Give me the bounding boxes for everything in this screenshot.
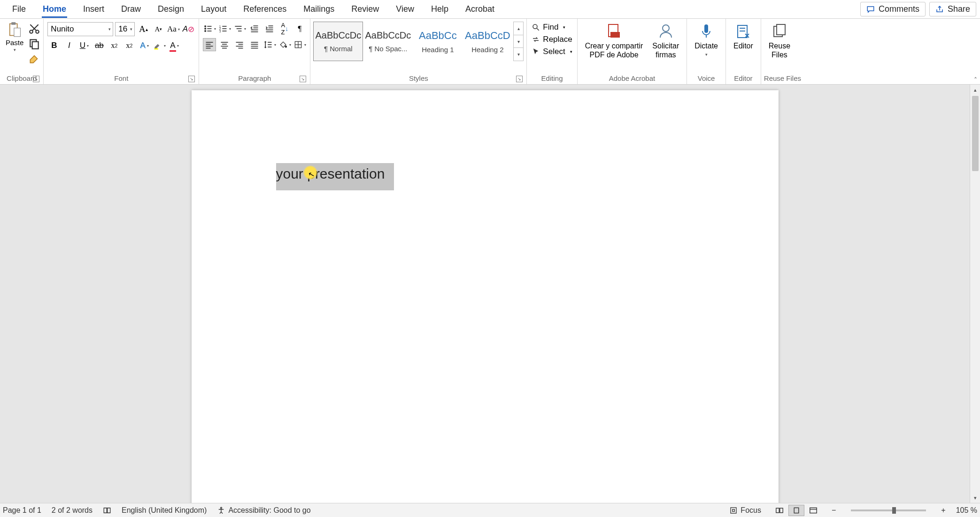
- scroll-down-button[interactable]: ▾: [970, 493, 980, 503]
- tab-acrobat[interactable]: Acrobat: [457, 0, 503, 19]
- dictate-button[interactable]: Dictate ▾: [690, 21, 723, 57]
- scroll-thumb[interactable]: [972, 96, 979, 171]
- group-voice: Dictate ▾ Voice: [687, 19, 726, 84]
- spellcheck-button[interactable]: [103, 506, 111, 515]
- tab-review[interactable]: Review: [343, 0, 387, 19]
- chevron-down-icon[interactable]: ▾: [514, 35, 523, 48]
- bullets-button[interactable]: ▾: [203, 22, 216, 35]
- read-mode-button[interactable]: [772, 505, 787, 516]
- align-left-button[interactable]: [203, 38, 216, 51]
- group-adobe: Crear y compartir PDF de Adobe Solicitar…: [578, 19, 687, 84]
- format-painter-button[interactable]: [28, 53, 40, 65]
- dictate-label: Dictate: [694, 41, 718, 50]
- font-name-select[interactable]: Nunito▾: [47, 22, 113, 36]
- tab-design[interactable]: Design: [149, 0, 193, 19]
- vertical-scrollbar[interactable]: ▴ ▾: [970, 85, 980, 503]
- tab-view[interactable]: View: [387, 0, 423, 19]
- page[interactable]: your presentation: [192, 90, 779, 503]
- group-font: Nunito▾ 16▾ A▴ A▾ Aa▾ A⊘ B I U▾ ab x2 x2…: [44, 19, 199, 84]
- request-sign-button[interactable]: Solicitar firmas: [648, 21, 684, 59]
- subscript-button[interactable]: x2: [108, 39, 121, 52]
- tab-references[interactable]: References: [235, 0, 295, 19]
- comments-button[interactable]: Comments: [860, 2, 926, 16]
- zoom-thumb[interactable]: [892, 507, 896, 514]
- print-layout-button[interactable]: [788, 505, 804, 516]
- style-normal[interactable]: AaBbCcDc ¶ Normal: [313, 22, 363, 61]
- font-launcher[interactable]: ↘: [188, 76, 195, 82]
- grow-font-button[interactable]: A▴: [137, 23, 150, 36]
- line-spacing-button[interactable]: ▾: [263, 38, 276, 51]
- styles-launcher[interactable]: ↘: [516, 76, 523, 82]
- share-button[interactable]: Share: [929, 2, 976, 16]
- justify-button[interactable]: [248, 38, 261, 51]
- zoom-level[interactable]: 105 %: [956, 506, 977, 515]
- underline-button[interactable]: U▾: [77, 39, 91, 52]
- tab-help[interactable]: Help: [423, 0, 457, 19]
- scroll-up-button[interactable]: ▴: [970, 85, 980, 95]
- tab-mailings[interactable]: Mailings: [295, 0, 343, 19]
- share-icon: [935, 5, 944, 14]
- clipboard-launcher[interactable]: ↘: [33, 76, 39, 82]
- tab-layout[interactable]: Layout: [193, 0, 235, 19]
- replace-button[interactable]: Replace: [532, 35, 572, 44]
- style-heading1[interactable]: AaBbCc Heading 1: [413, 22, 463, 61]
- decrease-indent-button[interactable]: [248, 22, 261, 35]
- numbering-button[interactable]: 123▾: [218, 22, 231, 35]
- zoom-slider[interactable]: [851, 509, 926, 511]
- increase-indent-button[interactable]: [263, 22, 276, 35]
- word-count[interactable]: 2 of 2 words: [52, 506, 93, 515]
- highlight-button[interactable]: ▾: [153, 39, 166, 52]
- clear-formatting-button[interactable]: A⊘: [182, 23, 195, 36]
- tab-draw[interactable]: Draw: [113, 0, 149, 19]
- borders-button[interactable]: ▾: [293, 38, 306, 51]
- change-case-button[interactable]: Aa▾: [167, 23, 180, 36]
- person-icon: [657, 23, 674, 39]
- chevron-up-icon[interactable]: ▴: [514, 22, 523, 35]
- bold-button[interactable]: B: [47, 39, 61, 52]
- collapse-ribbon-button[interactable]: ˄: [974, 76, 977, 84]
- tabs-row: File Home Insert Draw Design Layout Refe…: [0, 0, 980, 19]
- italic-button[interactable]: I: [62, 39, 76, 52]
- sort-button[interactable]: AZ↓: [278, 22, 291, 35]
- create-pdf-button[interactable]: Crear y compartir PDF de Adobe: [580, 21, 648, 59]
- align-right-button[interactable]: [233, 38, 246, 51]
- web-layout-button[interactable]: [805, 505, 821, 516]
- document-area: your presentation: [0, 85, 970, 503]
- expand-icon[interactable]: ▾: [514, 48, 523, 61]
- font-size-select[interactable]: 16▾: [115, 22, 135, 36]
- superscript-button[interactable]: x2: [123, 39, 136, 52]
- svg-rect-69: [810, 508, 817, 513]
- multilevel-list-button[interactable]: ▾: [233, 22, 246, 35]
- editor-button[interactable]: Editor: [729, 21, 758, 50]
- style-no-spacing[interactable]: AaBbCcDc ¶ No Spac...: [363, 22, 413, 61]
- style-heading2[interactable]: AaBbCcD Heading 2: [463, 22, 512, 61]
- paragraph-launcher[interactable]: ↘: [300, 76, 306, 82]
- tab-home[interactable]: Home: [34, 0, 75, 19]
- text-effects-button[interactable]: A▾: [138, 39, 151, 52]
- font-color-button[interactable]: A▾: [168, 39, 181, 52]
- tab-file[interactable]: File: [4, 0, 34, 19]
- page-status[interactable]: Page 1 of 1: [3, 506, 41, 515]
- align-center-button[interactable]: [218, 38, 231, 51]
- show-marks-button[interactable]: ¶: [293, 22, 306, 35]
- paste-button[interactable]: Paste ▾: [4, 21, 25, 53]
- svg-point-54: [533, 24, 537, 29]
- reuse-files-button[interactable]: Reuse Files: [764, 21, 795, 59]
- find-button[interactable]: Find▾: [532, 23, 572, 32]
- borders-icon: [293, 40, 303, 49]
- focus-mode-button[interactable]: Focus: [729, 506, 761, 515]
- tab-insert[interactable]: Insert: [75, 0, 113, 19]
- zoom-out-button[interactable]: −: [832, 506, 836, 515]
- styles-gallery-spinner[interactable]: ▴ ▾ ▾: [513, 22, 524, 61]
- accessibility-status[interactable]: Accessibility: Good to go: [217, 506, 310, 515]
- select-button[interactable]: Select▾: [532, 47, 572, 56]
- language-status[interactable]: English (United Kingdom): [122, 506, 207, 515]
- shrink-font-button[interactable]: A▾: [152, 23, 165, 36]
- copy-button[interactable]: [28, 38, 40, 50]
- selected-text[interactable]: your presentation: [276, 163, 394, 190]
- cut-button[interactable]: [28, 23, 40, 35]
- strikethrough-button[interactable]: ab: [93, 39, 106, 52]
- zoom-in-button[interactable]: +: [941, 506, 945, 515]
- shading-button[interactable]: ▾: [278, 38, 291, 51]
- group-editor: Editor Editor: [726, 19, 761, 84]
